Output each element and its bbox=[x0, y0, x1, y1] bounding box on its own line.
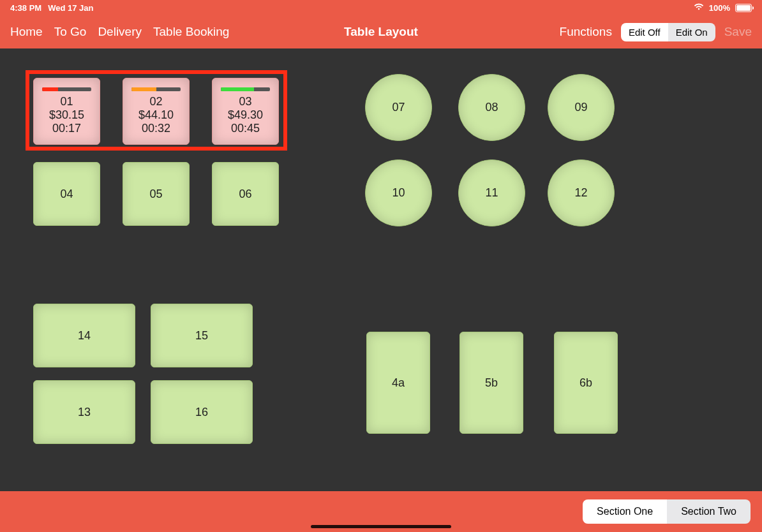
table-price: $44.10 bbox=[138, 108, 174, 122]
battery-icon bbox=[735, 4, 752, 12]
section-one-button[interactable]: Section One bbox=[583, 499, 667, 524]
table-01[interactable]: 01$30.1500:17 bbox=[33, 78, 100, 145]
table-number: 02 bbox=[149, 95, 162, 108]
nav-table-booking[interactable]: Table Booking bbox=[153, 25, 229, 39]
nav-bar: Home To Go Delivery Table Booking Table … bbox=[0, 15, 762, 48]
home-indicator bbox=[311, 525, 451, 528]
edit-mode-toggle: Edit Off Edit On bbox=[621, 23, 715, 41]
status-time: 4:38 PM bbox=[10, 3, 41, 13]
table-number: 16 bbox=[195, 406, 208, 419]
edit-on-button[interactable]: Edit On bbox=[668, 23, 715, 41]
table-4a[interactable]: 4a bbox=[366, 332, 430, 434]
table-04[interactable]: 04 bbox=[33, 162, 100, 226]
table-number: 01 bbox=[60, 95, 73, 108]
table-number: 14 bbox=[78, 329, 91, 343]
table-number: 12 bbox=[574, 186, 587, 200]
table-number: 4a bbox=[392, 376, 405, 390]
table-14[interactable]: 14 bbox=[33, 304, 135, 367]
table-12[interactable]: 12 bbox=[548, 159, 615, 226]
table-11[interactable]: 11 bbox=[458, 159, 525, 226]
section-two-button[interactable]: Section Two bbox=[667, 499, 751, 524]
page-title: Table Layout bbox=[344, 25, 418, 39]
battery-percent: 100% bbox=[709, 3, 730, 13]
table-13[interactable]: 13 bbox=[33, 380, 135, 444]
table-02[interactable]: 02$44.1000:32 bbox=[123, 78, 190, 145]
table-time: 00:32 bbox=[142, 122, 170, 135]
table-07[interactable]: 07 bbox=[365, 74, 432, 141]
edit-off-button[interactable]: Edit Off bbox=[621, 23, 668, 41]
nav-delivery[interactable]: Delivery bbox=[98, 25, 142, 39]
table-number: 09 bbox=[574, 101, 587, 114]
table-09[interactable]: 09 bbox=[548, 74, 615, 141]
table-time: 00:17 bbox=[52, 122, 81, 135]
table-05[interactable]: 05 bbox=[123, 162, 190, 226]
table-06[interactable]: 06 bbox=[212, 162, 279, 226]
table-number: 5b bbox=[485, 376, 498, 390]
table-number: 04 bbox=[60, 188, 73, 201]
table-number: 05 bbox=[149, 188, 162, 201]
table-number: 11 bbox=[485, 186, 498, 200]
table-number: 06 bbox=[239, 188, 251, 201]
table-number: 15 bbox=[195, 329, 208, 343]
table-03[interactable]: 03$49.3000:45 bbox=[212, 78, 279, 145]
table-time: 00:45 bbox=[231, 122, 260, 135]
table-number: 10 bbox=[392, 186, 405, 200]
table-number: 07 bbox=[392, 101, 405, 114]
progress-bar bbox=[131, 87, 180, 91]
status-bar: 4:38 PM Wed 17 Jan 100% bbox=[0, 0, 762, 15]
table-5b[interactable]: 5b bbox=[459, 332, 523, 434]
nav-home[interactable]: Home bbox=[10, 25, 43, 39]
table-10[interactable]: 10 bbox=[365, 159, 432, 226]
table-6b[interactable]: 6b bbox=[554, 332, 618, 434]
table-number: 03 bbox=[239, 95, 251, 108]
table-canvas[interactable]: 01$30.1500:1702$44.1000:3203$49.3000:450… bbox=[0, 48, 762, 491]
table-price: $30.15 bbox=[49, 108, 84, 122]
table-number: 13 bbox=[78, 406, 91, 419]
table-number: 6b bbox=[579, 376, 592, 390]
table-15[interactable]: 15 bbox=[151, 304, 253, 367]
wifi-icon bbox=[694, 3, 704, 13]
functions-button[interactable]: Functions bbox=[560, 25, 612, 39]
table-08[interactable]: 08 bbox=[458, 74, 525, 141]
nav-togo[interactable]: To Go bbox=[54, 25, 87, 39]
table-number: 08 bbox=[485, 101, 498, 114]
table-price: $49.30 bbox=[228, 108, 263, 122]
section-toggle: Section One Section Two bbox=[583, 499, 751, 524]
progress-bar bbox=[221, 87, 269, 91]
status-date: Wed 17 Jan bbox=[48, 3, 93, 13]
save-button[interactable]: Save bbox=[724, 25, 752, 39]
table-16[interactable]: 16 bbox=[151, 380, 253, 444]
progress-bar bbox=[42, 87, 91, 91]
